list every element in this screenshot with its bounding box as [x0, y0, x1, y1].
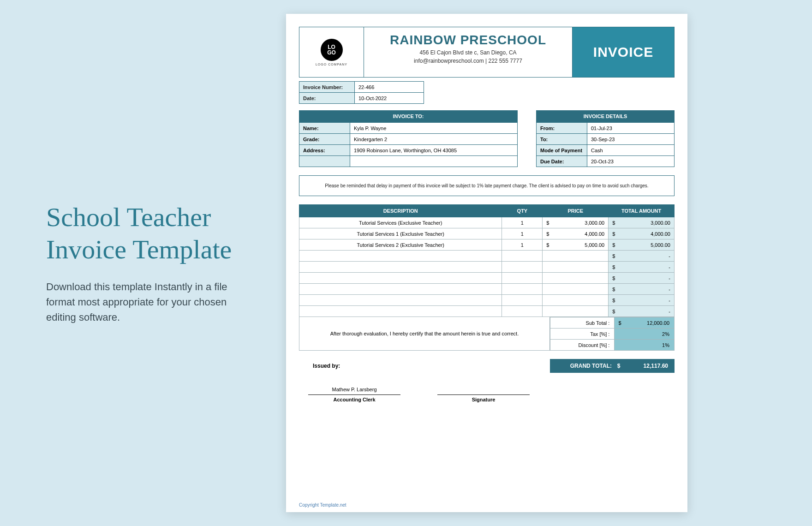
grand-total: GRAND TOTAL: $ 12,117.60 — [550, 359, 675, 373]
table-row: Tutorial Services 2 (Exclusive Teacher)1… — [299, 239, 675, 251]
page-description: Download this template Instantly in a fi… — [46, 279, 249, 325]
invoice-number-value: 22-466 — [355, 82, 424, 93]
item-total: $3,000.00 — [609, 217, 675, 228]
item-total: $5,000.00 — [609, 239, 675, 251]
address-value: 1909 Robinson Lane, Worthington, OH 4308… — [350, 145, 518, 156]
item-total: $- — [609, 306, 675, 317]
item-total: $4,000.00 — [609, 228, 675, 239]
mode-label: Mode of Payment — [537, 145, 587, 156]
grand-total-row: Issued by: GRAND TOTAL: $ 12,117.60 — [299, 359, 675, 373]
signature-issuer: Mathew P. Larsberg Accounting Clerk — [308, 387, 400, 402]
subtotal-label: Sub Total : — [550, 317, 615, 329]
left-panel: School Teacher Invoice Template Download… — [0, 201, 286, 325]
to-value: 30-Sep-23 — [587, 134, 675, 145]
grade-label: Grade: — [299, 134, 350, 145]
meta-table: Invoice Number: 22-466 Date: 10-Oct-2022 — [299, 81, 424, 104]
item-qty: 1 — [502, 239, 543, 251]
invoice-to-header: INVOICE TO: — [299, 110, 518, 122]
certification-text: After thorough evaluation, I hereby cert… — [299, 317, 550, 351]
item-desc — [299, 273, 502, 284]
summary-table: Sub Total :$12,000.00 Tax [%] :2% Discou… — [550, 317, 675, 351]
table-row: Tutorial Services 1 (Exclusive Teacher)1… — [299, 228, 675, 239]
item-desc — [299, 306, 502, 317]
invoice-to-block: INVOICE TO: Name:Kyla P. Wayne Grade:Kin… — [299, 110, 518, 167]
school-address: 456 El Cajon Blvd ste c, San Diego, CA — [369, 49, 567, 56]
signature-line: Signature — [437, 387, 530, 402]
payment-notice: Please be reminded that delay in payment… — [299, 175, 675, 196]
item-price — [543, 273, 609, 284]
school-info: RAINBOW PRESCHOOL 456 El Cajon Blvd ste … — [364, 27, 573, 77]
date-value: 10-Oct-2022 — [355, 93, 424, 104]
summary-row: After thorough evaluation, I hereby cert… — [299, 317, 675, 351]
table-row: $- — [299, 262, 675, 273]
col-description: DESCRIPTION — [299, 205, 502, 217]
invoice-details-block: INVOICE DETAILS From:01-Jul-23 To:30-Sep… — [536, 110, 675, 167]
item-price — [543, 284, 609, 295]
item-qty: 1 — [502, 228, 543, 239]
items-table: DESCRIPTION QTY PRICE TOTAL AMOUNT Tutor… — [299, 204, 675, 317]
table-row: $- — [299, 306, 675, 317]
col-total: TOTAL AMOUNT — [609, 205, 675, 217]
name-label: Name: — [299, 123, 350, 134]
signatures: Mathew P. Larsberg Accounting Clerk Sign… — [299, 387, 675, 402]
subtotal-value: $12,000.00 — [615, 317, 675, 329]
invoice-badge: INVOICE — [573, 27, 674, 77]
item-total: $- — [609, 262, 675, 273]
issuer-role: Accounting Clerk — [308, 397, 400, 402]
item-total: $- — [609, 295, 675, 306]
item-desc — [299, 262, 502, 273]
item-qty — [502, 251, 543, 262]
item-qty — [502, 273, 543, 284]
page-title: School Teacher Invoice Template — [46, 201, 249, 265]
item-price — [543, 262, 609, 273]
table-row: $- — [299, 295, 675, 306]
invoice-number-label: Invoice Number: — [299, 82, 355, 93]
blank-value — [350, 156, 518, 167]
grand-total-value: 12,117.60 — [626, 363, 668, 369]
item-desc: Tutorial Services 2 (Exclusive Teacher) — [299, 239, 502, 251]
due-label: Due Date: — [537, 156, 587, 167]
item-qty — [502, 306, 543, 317]
grade-value: Kindergarten 2 — [350, 134, 518, 145]
tax-value: 2% — [615, 329, 675, 340]
table-row: Tutorial Services (Exclusive Teacher)1$3… — [299, 217, 675, 228]
table-row: $- — [299, 273, 675, 284]
table-row: $- — [299, 251, 675, 262]
logo-icon: LO GO — [321, 39, 343, 61]
item-total: $- — [609, 273, 675, 284]
item-desc — [299, 251, 502, 262]
mode-value: Cash — [587, 145, 675, 156]
info-columns: INVOICE TO: Name:Kyla P. Wayne Grade:Kin… — [299, 110, 675, 167]
discount-label: Discount [%] : — [550, 340, 615, 351]
item-qty — [502, 284, 543, 295]
copyright-text: Copyright Template.net — [299, 502, 346, 508]
date-label: Date: — [299, 93, 355, 104]
grand-total-label: GRAND TOTAL: — [556, 363, 612, 369]
title-line-2: Invoice Template — [46, 234, 232, 264]
due-value: 20-Oct-23 — [587, 156, 675, 167]
blank-label — [299, 156, 350, 167]
from-label: From: — [537, 123, 587, 134]
address-label: Address: — [299, 145, 350, 156]
grand-total-currency: $ — [612, 363, 626, 369]
col-price: PRICE — [543, 205, 609, 217]
invoice-details-header: INVOICE DETAILS — [536, 110, 675, 122]
signature-role: Signature — [437, 397, 530, 402]
discount-value: 1% — [615, 340, 675, 351]
document-header: LO GO LOGO COMPANY RAINBOW PRESCHOOL 456… — [299, 27, 675, 78]
invoice-document: LO GO LOGO COMPANY RAINBOW PRESCHOOL 456… — [286, 14, 687, 512]
logo-container: LO GO LOGO COMPANY — [299, 27, 364, 77]
title-line-1: School Teacher — [46, 202, 211, 232]
school-name: RAINBOW PRESCHOOL — [369, 33, 567, 48]
logo-subtitle: LOGO COMPANY — [316, 63, 347, 66]
table-row: $- — [299, 284, 675, 295]
item-qty — [502, 262, 543, 273]
item-desc — [299, 295, 502, 306]
issued-by-label: Issued by: — [299, 359, 550, 373]
col-qty: QTY — [502, 205, 543, 217]
item-price — [543, 251, 609, 262]
to-label: To: — [537, 134, 587, 145]
item-price — [543, 306, 609, 317]
signature-blank — [437, 387, 530, 395]
item-price: $5,000.00 — [543, 239, 609, 251]
